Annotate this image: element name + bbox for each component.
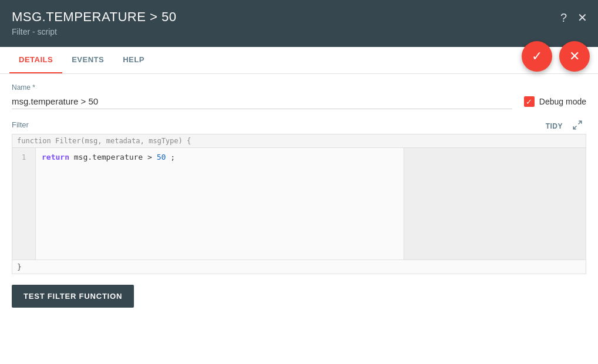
debug-mode-label: Debug mode bbox=[539, 97, 586, 106]
tab-bar: DETAILS EVENTS HELP bbox=[0, 47, 598, 74]
line-number-1: 1 bbox=[12, 151, 35, 163]
cancel-fab-button[interactable]: ✕ bbox=[559, 41, 590, 72]
fab-area: ✓ ✕ bbox=[522, 41, 590, 72]
code-toolbar: TIDY bbox=[543, 119, 585, 134]
code-prop: msg.temperature bbox=[74, 153, 147, 161]
tidy-button[interactable]: TIDY bbox=[543, 121, 565, 132]
filter-label: Filter bbox=[12, 120, 29, 129]
confirm-icon: ✓ bbox=[532, 49, 542, 64]
test-filter-button[interactable]: TEST FILTER FUNCTION bbox=[12, 285, 134, 308]
filter-section: Filter TIDY function Filter(msg, metadat… bbox=[12, 119, 586, 274]
modal-subtitle: Filter - script bbox=[12, 27, 586, 36]
filter-code-header: Filter TIDY bbox=[12, 119, 586, 134]
field-and-debug: ✓ Debug mode bbox=[12, 94, 586, 109]
code-line-1: return msg.temperature > 50 ; bbox=[42, 151, 398, 163]
debug-mode-checkbox[interactable]: ✓ bbox=[524, 96, 535, 107]
modal-container: MSG.TEMPERATURE > 50 Filter - script ? ✕… bbox=[0, 0, 598, 364]
code-editor: function Filter(msg, metadata, msgType) … bbox=[12, 134, 586, 274]
tab-details[interactable]: DETAILS bbox=[9, 47, 62, 73]
keyword-return: return bbox=[42, 153, 69, 161]
code-closing-brace: } bbox=[12, 259, 586, 274]
tab-events[interactable]: EVENTS bbox=[62, 47, 113, 73]
name-input[interactable] bbox=[12, 94, 512, 109]
close-button[interactable]: ✕ bbox=[575, 8, 590, 27]
function-signature: function Filter(msg, metadata, msgType) … bbox=[12, 134, 586, 148]
code-right-panel bbox=[404, 148, 586, 259]
code-operator: > bbox=[147, 153, 157, 161]
code-semicolon: ; bbox=[170, 153, 175, 161]
modal-title: MSG.TEMPERATURE > 50 bbox=[12, 9, 586, 25]
name-section: Name * ✓ Debug mode bbox=[12, 83, 586, 109]
debug-mode-control: ✓ Debug mode bbox=[512, 96, 586, 109]
modal-header: MSG.TEMPERATURE > 50 Filter - script ? ✕ bbox=[0, 0, 598, 47]
header-icons: ? ✕ bbox=[558, 8, 590, 27]
code-body: 1 return msg.temperature > 50 ; bbox=[12, 148, 586, 259]
svg-line-0 bbox=[579, 121, 582, 124]
confirm-fab-button[interactable]: ✓ bbox=[522, 41, 552, 72]
code-area[interactable]: return msg.temperature > 50 ; bbox=[36, 148, 404, 259]
code-number: 50 bbox=[157, 153, 166, 161]
name-label: Name * bbox=[12, 83, 586, 92]
line-numbers: 1 bbox=[12, 148, 36, 259]
cancel-icon: ✕ bbox=[569, 49, 580, 64]
tab-help[interactable]: HELP bbox=[113, 47, 154, 73]
help-button[interactable]: ? bbox=[558, 9, 569, 27]
svg-line-1 bbox=[573, 126, 576, 129]
content-area: Name * ✓ Debug mode Filter TIDY bbox=[0, 74, 598, 364]
expand-button[interactable] bbox=[570, 119, 585, 134]
